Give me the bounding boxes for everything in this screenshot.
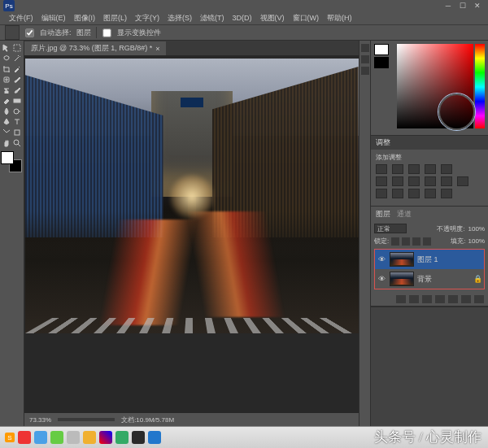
trash-icon[interactable]: [474, 295, 484, 303]
foreground-swatch[interactable]: [1, 151, 14, 164]
minimize-button[interactable]: ─: [441, 1, 455, 11]
adjustments-title[interactable]: 调整: [371, 136, 488, 150]
levels-icon[interactable]: [392, 164, 403, 174]
menu-image[interactable]: 图像(I): [70, 13, 100, 24]
taskbar-icon[interactable]: [18, 431, 31, 444]
document-tab-close-icon[interactable]: ×: [155, 45, 159, 53]
status-docsize[interactable]: 文档:10.9M/5.78M: [121, 415, 174, 424]
visibility-icon[interactable]: 👁: [377, 254, 386, 264]
show-transform-checkbox[interactable]: [102, 28, 111, 37]
taskbar-icon[interactable]: [34, 431, 47, 444]
taskbar-icon[interactable]: [148, 431, 161, 444]
menu-3d[interactable]: 3D(D): [229, 14, 256, 22]
menu-view[interactable]: 视图(V): [256, 13, 289, 24]
mixer-icon[interactable]: [441, 176, 452, 186]
brush-tool[interactable]: [11, 74, 22, 85]
gradient-tool[interactable]: [11, 95, 22, 106]
picker-cursor[interactable]: [438, 94, 475, 130]
menu-help[interactable]: 帮助(H): [323, 13, 356, 24]
maximize-button[interactable]: ☐: [455, 1, 470, 11]
dodge-tool[interactable]: [11, 106, 22, 116]
visibility-icon[interactable]: 👁: [377, 274, 386, 284]
strip-icon[interactable]: [361, 67, 369, 75]
layer-item-background[interactable]: 👁 背景 🔒: [375, 269, 484, 289]
vibrance-icon[interactable]: [441, 164, 452, 174]
layer-mask-icon[interactable]: [422, 295, 432, 303]
menu-edit[interactable]: 编辑(E): [37, 13, 70, 24]
lock-position-icon[interactable]: [412, 237, 420, 246]
auto-select-checkbox[interactable]: [25, 28, 33, 37]
link-layers-icon[interactable]: [396, 295, 406, 303]
eyedropper-tool[interactable]: [11, 63, 22, 74]
lock-transparency-icon[interactable]: [391, 237, 399, 246]
layer-item-1[interactable]: 👁 图层 1: [375, 250, 484, 269]
hue-slider[interactable]: [475, 44, 485, 128]
menu-window[interactable]: 窗口(W): [289, 13, 324, 24]
adjustment-layer-icon[interactable]: [435, 295, 445, 303]
crop-tool[interactable]: [1, 63, 11, 74]
menu-select[interactable]: 选择(S): [163, 13, 196, 24]
posterize-icon[interactable]: [392, 189, 403, 198]
healing-tool[interactable]: [1, 74, 11, 85]
move-tool[interactable]: [1, 42, 11, 53]
layer-thumbnail[interactable]: [390, 252, 414, 267]
document-tab[interactable]: 原片.jpg @ 73.3% (图层 1, RGB/8#) * ×: [24, 41, 166, 55]
canvas[interactable]: [25, 59, 359, 333]
blur-tool[interactable]: [1, 106, 11, 116]
layer-name[interactable]: 背景: [417, 274, 470, 285]
invert-icon[interactable]: [376, 189, 387, 198]
taskbar-icon[interactable]: [83, 431, 96, 444]
clone-tool[interactable]: [1, 85, 11, 95]
history-tool[interactable]: [11, 85, 22, 95]
color-swatches[interactable]: [1, 151, 22, 172]
hand-tool[interactable]: [1, 137, 11, 148]
taskbar-icon[interactable]: [67, 431, 80, 444]
layer-fx-icon[interactable]: [409, 295, 419, 303]
strip-icon[interactable]: [361, 55, 369, 63]
close-window-button[interactable]: ✕: [470, 1, 485, 11]
menu-file[interactable]: 文件(F): [5, 13, 37, 24]
hue-icon[interactable]: [376, 176, 387, 186]
taskbar-icon[interactable]: [115, 431, 129, 444]
photo-filter-icon[interactable]: [425, 176, 436, 186]
magic-wand-tool[interactable]: [11, 53, 22, 63]
brightness-icon[interactable]: [376, 164, 387, 174]
status-zoom[interactable]: 73.33%: [29, 416, 51, 424]
lasso-tool[interactable]: [1, 53, 11, 63]
zoom-tool[interactable]: [11, 137, 22, 148]
pen-tool[interactable]: [1, 116, 11, 127]
tab-layers[interactable]: 图层: [376, 209, 390, 220]
taskbar-icon[interactable]: [99, 431, 112, 444]
taskbar-badge[interactable]: S: [5, 433, 15, 442]
color-balance-icon[interactable]: [392, 176, 403, 186]
gradient-map-icon[interactable]: [425, 189, 436, 198]
threshold-icon[interactable]: [408, 189, 420, 198]
opacity-value[interactable]: 100%: [468, 225, 485, 233]
selective-color-icon[interactable]: [441, 189, 452, 198]
shape-tool[interactable]: [11, 127, 22, 137]
taskbar-icon[interactable]: [50, 431, 63, 444]
bw-icon[interactable]: [408, 176, 420, 186]
lock-pixels-icon[interactable]: [402, 237, 410, 246]
layer-thumbnail[interactable]: [390, 272, 414, 286]
taskbar-icon[interactable]: [132, 431, 145, 444]
exposure-icon[interactable]: [425, 164, 436, 174]
strip-icon[interactable]: [361, 44, 369, 52]
picker-swatches[interactable]: [374, 44, 395, 132]
picker-foreground[interactable]: [374, 44, 389, 55]
saturation-value-field[interactable]: [397, 44, 473, 128]
blend-mode-select[interactable]: 正常: [374, 224, 407, 233]
curves-icon[interactable]: [408, 164, 420, 174]
active-tool-preview[interactable]: [5, 25, 20, 40]
path-tool[interactable]: [1, 127, 11, 137]
auto-select-value[interactable]: 图层: [76, 28, 91, 38]
type-tool[interactable]: [11, 116, 22, 127]
eraser-tool[interactable]: [1, 95, 11, 106]
tab-channels[interactable]: 通道: [397, 209, 412, 220]
canvas-area[interactable]: [24, 55, 359, 413]
picker-background[interactable]: [374, 57, 389, 68]
lock-all-icon[interactable]: [423, 237, 431, 246]
menu-filter[interactable]: 滤镜(T): [196, 13, 229, 24]
layer-name[interactable]: 图层 1: [417, 254, 482, 265]
marquee-tool[interactable]: [11, 42, 22, 53]
